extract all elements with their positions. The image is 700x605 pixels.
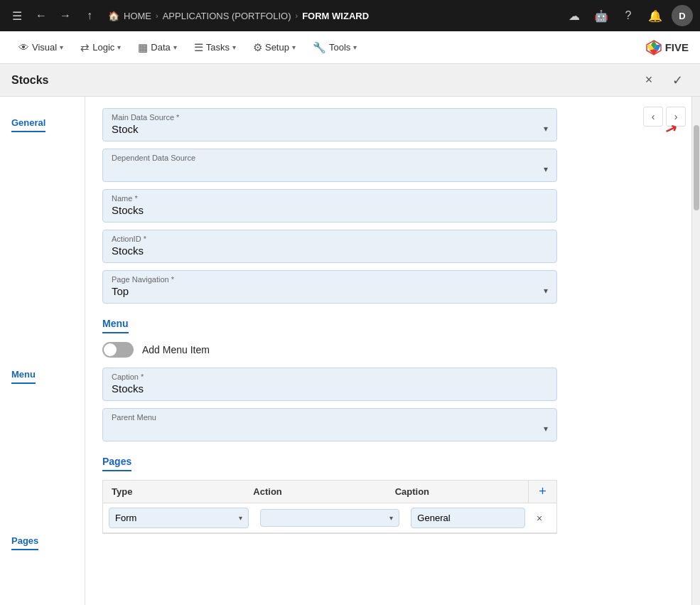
form-title: Stocks [11,74,48,87]
confirm-button[interactable]: ✓ [666,69,689,92]
form-header: Stocks × ✓ [0,64,700,97]
action-id-field: ActionID * Stocks [102,230,557,263]
pages-section-label[interactable]: Pages [102,456,131,471]
notification-icon[interactable]: 🔔 [645,5,666,26]
nav-arrows: ‹ › ↗ [643,107,686,127]
caption-field: Caption * Stocks [102,368,557,401]
cloud-icon[interactable]: ☁ [564,5,585,26]
right-content: ‹ › ↗ Main Data Source * Stock ▾ [85,97,691,605]
clear-caption-button[interactable]: × [528,513,551,524]
pages-table: Type Action Caption + Form ▾ [102,480,557,534]
toggle-knob [104,343,117,356]
type-select[interactable]: Form ▾ [109,508,249,528]
sidebar-section-general: General [0,108,85,132]
logic-label: Logic [92,42,114,53]
sidebar-general-label[interactable]: General [11,117,45,132]
type-select-arrow: ▾ [239,514,242,522]
tasks-label: Tasks [206,42,230,53]
dependent-data-source-container[interactable]: Dependent Data Source ▾ [102,149,557,182]
toolbar-setup[interactable]: ⚙ Setup ▾ [246,37,303,58]
action-column-header: Action [244,481,386,503]
avatar[interactable]: D [672,5,693,26]
sidebar-menu-label[interactable]: Menu [11,369,36,384]
breadcrumb-home[interactable]: HOME [124,11,151,21]
sidebar-pages-label[interactable]: Pages [11,535,38,550]
page-navigation-arrow: ▾ [544,286,548,296]
home-icon: 🏠 [108,11,119,21]
left-sidebar: General Menu Pages [0,97,85,605]
scrollbar-thumb[interactable] [694,125,699,210]
visual-label: Visual [32,42,57,53]
data-icon: ▦ [138,41,148,54]
back-icon[interactable]: ← [31,6,51,26]
menu-section-label[interactable]: Menu [102,318,129,333]
parent-menu-arrow: ▾ [544,424,548,434]
header-actions: × ✓ [637,69,689,92]
tasks-arrow: ▾ [232,43,236,51]
add-menu-label: Add Menu Item [142,344,210,355]
prev-arrow-button[interactable]: ‹ [643,107,663,127]
name-field: Name * Stocks [102,189,557,223]
action-id-container[interactable]: ActionID * Stocks [102,230,557,263]
add-menu-toggle-row: Add Menu Item [102,342,557,358]
robot-icon[interactable]: 🤖 [591,5,612,26]
five-logo-text: FIVE [665,41,689,53]
page-container: Stocks × ✓ General Menu Pages ‹ › [0,64,700,605]
page-navigation-container[interactable]: Page Navigation * Top ▾ [102,270,557,304]
tools-label: Tools [329,42,350,53]
dependent-data-source-value [112,164,548,176]
caption-column-header: Caption [387,481,528,503]
toolbar-tools[interactable]: 🔧 Tools ▾ [306,37,364,58]
breadcrumb-sep-1: › [156,11,158,20]
tools-arrow: ▾ [353,43,357,51]
general-section-content: Main Data Source * Stock ▾ Dependent Dat… [102,108,557,534]
tools-icon: 🔧 [313,41,326,54]
top-right-icons: ☁ 🤖 ? 🔔 D [564,5,693,26]
toolbar-logic[interactable]: ⇄ Logic ▾ [73,37,128,58]
close-button[interactable]: × [637,69,660,92]
caption-label: Caption * [112,373,548,381]
breadcrumb-applications[interactable]: APPLICATIONS (PORTFOLIO) [163,11,291,21]
name-value: Stocks [112,204,548,216]
breadcrumb-formwizard[interactable]: FORM WIZARD [302,11,369,21]
pages-table-header: Type Action Caption + [103,481,556,503]
forward-icon[interactable]: → [55,6,75,26]
name-label: Name * [112,194,548,203]
hamburger-icon[interactable]: ☰ [7,6,27,26]
page-navigation-value: Top [112,285,548,297]
action-select-arrow: ▾ [389,514,393,522]
toolbar-visual[interactable]: 👁 Visual ▾ [11,37,70,58]
add-row-button[interactable]: + [528,481,556,503]
toolbar-data[interactable]: ▦ Data ▾ [131,37,183,58]
action-id-value: Stocks [112,245,548,257]
toolbar-tasks[interactable]: ☰ Tasks ▾ [187,37,243,58]
five-logo-icon [645,39,662,56]
up-icon[interactable]: ↑ [80,6,99,26]
sidebar-section-menu: Menu [0,360,85,384]
setup-arrow: ▾ [292,43,296,51]
next-arrow-button[interactable]: › ↗ [666,107,686,127]
toolbar-items: 👁 Visual ▾ ⇄ Logic ▾ ▦ Data ▾ ☰ Tasks ▾ … [11,37,364,58]
parent-menu-container[interactable]: Parent Menu ▾ [102,408,557,441]
dependent-data-source-arrow: ▾ [544,164,548,174]
caption-input[interactable]: General [411,508,525,528]
visual-icon: 👁 [18,41,29,53]
setup-label: Setup [265,42,289,53]
name-container[interactable]: Name * Stocks [102,189,557,223]
main-data-source-arrow: ▾ [544,124,548,134]
logic-icon: ⇄ [80,41,90,54]
menu-section-header: Menu [102,318,557,333]
secondary-toolbar: 👁 Visual ▾ ⇄ Logic ▾ ▦ Data ▾ ☰ Tasks ▾ … [0,31,700,64]
add-menu-toggle[interactable] [102,342,134,358]
data-label: Data [151,42,170,53]
page-navigation-field: Page Navigation * Top ▾ [102,270,557,304]
caption-container[interactable]: Caption * Stocks [102,368,557,401]
scrollbar[interactable] [691,97,700,605]
help-icon[interactable]: ? [618,5,639,26]
tasks-icon: ☰ [194,41,203,54]
action-select[interactable]: ▾ [260,509,400,527]
table-row: Form ▾ ▾ General [103,503,556,533]
dependent-data-source-field: Dependent Data Source ▾ [102,149,557,182]
main-data-source-container[interactable]: Main Data Source * Stock ▾ [102,108,557,141]
caption-input-value: General [417,513,450,523]
